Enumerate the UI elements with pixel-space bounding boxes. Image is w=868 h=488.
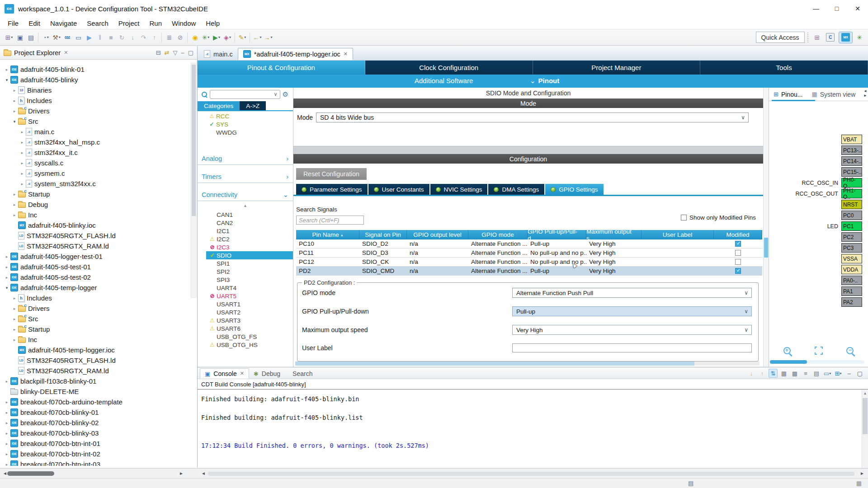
reset-configuration-button[interactable]: Reset Configuration (296, 168, 367, 180)
scroll-to-bottom-icon[interactable]: ↓ (747, 369, 756, 378)
config-tab[interactable]: GPIO Settings (545, 184, 603, 195)
pin[interactable]: PC2 (841, 232, 862, 242)
peripheral-list-tab[interactable]: Categories (198, 101, 240, 110)
gear-icon[interactable]: ⚙ (283, 90, 288, 99)
field-control[interactable]: Pull-up (512, 306, 752, 316)
table-header-cell[interactable]: User Label (642, 230, 714, 239)
word-wrap-icon[interactable]: ▩ (790, 369, 799, 378)
open-perspective-icon[interactable]: ⊞ (812, 32, 822, 43)
tree-expander-icon[interactable] (3, 431, 10, 436)
tree-expander-icon[interactable] (3, 78, 10, 82)
tree-expander-icon[interactable] (19, 161, 26, 165)
pin[interactable]: PC15-.. (841, 167, 862, 177)
tree-item[interactable]: stm32f4xx_it.c (0, 147, 190, 158)
tree-expander-icon[interactable] (11, 306, 18, 311)
tree-item[interactable]: Startup (0, 189, 190, 199)
scrollbar-thumb[interactable] (863, 398, 868, 434)
peripheral-item[interactable]: I2C3 (198, 243, 293, 251)
tree-expander-icon[interactable] (19, 182, 26, 186)
tree-item[interactable]: blinky-DELETE-ME (0, 386, 190, 397)
step-into-icon[interactable]: ↓ (127, 32, 138, 43)
tree-item[interactable]: adafruit-f405-sd-test-02 (0, 272, 190, 282)
menu-item[interactable]: Navigate (45, 19, 82, 27)
search-signals-input[interactable] (296, 216, 364, 225)
table-header-cell[interactable]: GPIO mode (468, 230, 528, 239)
console-tab[interactable]: Search ✕ (285, 368, 317, 379)
scroll-left-icon[interactable]: ◄ (3, 471, 7, 476)
scroll-right-icon[interactable]: ► (179, 471, 184, 476)
quick-access-button[interactable]: Quick Access (756, 32, 805, 43)
tree-expander-icon[interactable] (11, 296, 18, 300)
tree-item[interactable]: breakout-f070cb-blinky-03 (0, 428, 190, 438)
table-header-cell[interactable]: GPIO output level (407, 230, 468, 239)
tree-item[interactable]: breakout-f070cb-btn-int-01 (0, 438, 190, 449)
tree-expander-icon[interactable] (3, 265, 10, 269)
tree-item[interactable]: Includes (0, 293, 190, 303)
tree-item[interactable]: adafruit-f405-blink-01 (0, 64, 190, 75)
pin[interactable]: PC0 (841, 211, 862, 220)
table-header-cell[interactable]: Maximum output s... (586, 230, 642, 239)
annotate-icon[interactable]: ✎ (237, 32, 248, 43)
menu-item[interactable]: Project (113, 19, 145, 27)
fit-to-screen-icon[interactable] (815, 347, 823, 355)
scrollbar-thumb[interactable] (192, 65, 196, 216)
tree-item[interactable]: Inc (0, 210, 190, 220)
menu-item[interactable]: Run (144, 19, 167, 27)
maximize-view-icon[interactable]: ▢ (855, 369, 864, 378)
pane-sash[interactable] (293, 146, 763, 154)
table-header-cell[interactable]: GPIO Pull-up/Pull-d... (528, 230, 586, 239)
tree-item[interactable]: Src (0, 116, 190, 127)
table-header-cell[interactable]: Signal on Pin (359, 230, 407, 239)
terminate-icon[interactable]: ■ (105, 32, 116, 43)
console-scrollbar[interactable]: ▲ (862, 390, 868, 468)
scroll-left-icon[interactable]: ◄ (201, 471, 206, 476)
toolbar-separator[interactable] (250, 33, 250, 42)
tree-item[interactable]: STM32F405RGTX_RAM.ld (0, 366, 190, 376)
pin[interactable]: VDDA (841, 265, 862, 274)
minimize-view-icon[interactable]: – (181, 49, 184, 56)
panel-collapse-icons[interactable]: ◄► (863, 89, 867, 98)
toolbar-separator[interactable] (38, 33, 38, 42)
tree-expander-icon[interactable] (3, 67, 10, 72)
show-modified-pins-control[interactable]: Show only Modified Pins (681, 214, 756, 221)
table-header-cell[interactable]: Pin Name (296, 230, 359, 239)
step-over-icon[interactable]: ↷ (138, 32, 149, 43)
debug-icon[interactable]: ✳ (200, 32, 211, 43)
pin[interactable]: PH0-O.. (841, 178, 862, 188)
modified-checkbox[interactable] (735, 250, 741, 256)
peripheral-item[interactable]: USB_OTG_FS (198, 333, 293, 341)
build-binary-icon[interactable]: 010 (62, 32, 73, 43)
peripheral-item[interactable]: I2C2 (198, 235, 293, 243)
config-tab[interactable]: NVIC Settings (430, 184, 488, 195)
display-console-icon[interactable]: ▭ (823, 369, 832, 378)
resume-icon[interactable]: ▶ (84, 32, 94, 43)
tree-item[interactable]: STM32F405RGTX_FLASH.ld (0, 230, 190, 241)
table-row[interactable]: PD2 SDIO_CMD n/a Alternate Function ... … (296, 267, 762, 276)
field-control[interactable]: Very High (512, 325, 752, 335)
peripheral-item[interactable]: CAN1 (198, 211, 293, 219)
minimize-button[interactable]: — (806, 0, 826, 17)
peripheral-item[interactable]: USART3 (198, 316, 293, 324)
tree-expander-icon[interactable] (3, 254, 10, 259)
collapse-all-icon[interactable]: ⊟ (156, 49, 161, 56)
peripheral-item[interactable]: USART6 (198, 324, 293, 333)
menu-item[interactable]: File (3, 19, 24, 27)
restart-icon[interactable]: ↻ (116, 32, 127, 43)
tree-expander-icon[interactable] (3, 379, 10, 384)
pin[interactable]: PA2 (841, 297, 862, 307)
explorer-hscroll-thumb[interactable] (7, 471, 54, 476)
close-view-icon[interactable]: ✕ (64, 50, 68, 56)
tree-expander-icon[interactable] (11, 192, 18, 197)
tree-expander-icon[interactable] (11, 317, 18, 321)
tree-expander-icon[interactable] (19, 140, 26, 145)
tree-item[interactable]: syscalls.c (0, 158, 190, 168)
tree-expander-icon[interactable] (11, 213, 18, 217)
console-tab[interactable]: Debug ✕ (249, 368, 285, 379)
profile-icon[interactable]: ◈ (222, 32, 233, 43)
skip-breakpoints-icon[interactable]: ⊘ (175, 32, 185, 43)
tree-item[interactable]: main.c (0, 127, 190, 137)
additional-software-button[interactable]: Additional Software (415, 77, 473, 84)
peripheral-search-combo[interactable] (210, 90, 280, 99)
cpp-perspective-icon[interactable]: C (824, 32, 837, 43)
tree-item[interactable]: breakout-f070cb-btn-int-03 (0, 459, 190, 466)
